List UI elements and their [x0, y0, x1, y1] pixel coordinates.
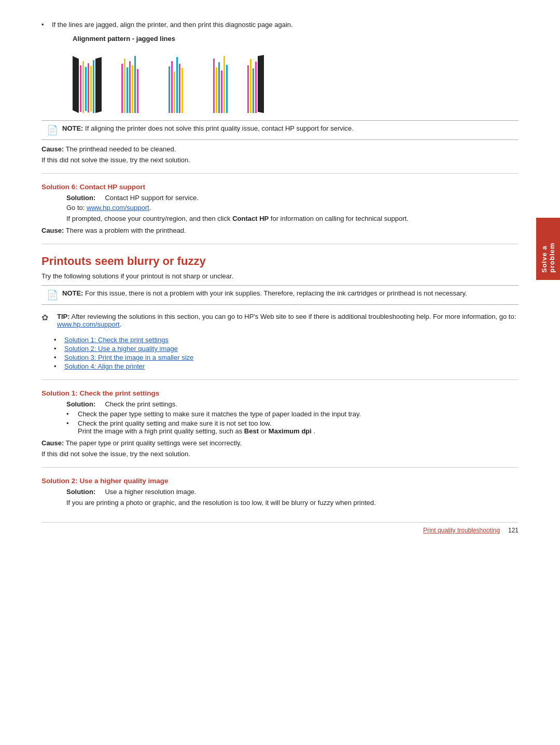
- sol2-solution-line: Solution: Use a higher resolution image.: [66, 488, 519, 496]
- note-text-2: For this issue, there is not a problem w…: [85, 289, 467, 297]
- jagged-group-3: [169, 57, 183, 113]
- top-bullet-text: If the lines are jagged, align the print…: [52, 21, 293, 29]
- top-bullet-item: • If the lines are jagged, align the pri…: [41, 21, 519, 29]
- sol1-bullet2-text: Check the print quality setting and make…: [78, 419, 315, 435]
- solution6-goto: Go to: www.hp.com/support.: [66, 204, 519, 212]
- tip-icon: ✿: [41, 313, 53, 322]
- page-footer: Print quality troubleshooting 121: [41, 522, 519, 534]
- toc-list: • Solution 1: Check the print settings •…: [54, 336, 519, 370]
- solution6-cause-text: There was a problem with the printhead.: [66, 227, 186, 234]
- sol2-heading: Solution 2: Use a higher quality image: [41, 477, 519, 485]
- toc-link-2[interactable]: Solution 2: Use a higher quality image: [64, 345, 178, 353]
- page-container: • If the lines are jagged, align the pri…: [0, 0, 560, 555]
- jagged-group-2: [121, 56, 138, 113]
- sol1-if-not: If this did not solve the issue, try the…: [41, 450, 519, 458]
- divider-3: [41, 379, 519, 380]
- sidebar-tab[interactable]: Solve a problem: [536, 218, 560, 280]
- solution6-url[interactable]: www.hp.com/support: [87, 204, 149, 212]
- divider-1: [41, 173, 519, 174]
- sol1-solution-line: Solution: Check the print settings.: [66, 400, 519, 408]
- sol2-body-text: If you are printing a photo or graphic, …: [66, 499, 519, 507]
- sol1-cause-text: The paper type or print quality settings…: [66, 439, 242, 447]
- footer-page: 121: [508, 527, 519, 534]
- toc-item-3: • Solution 3: Print the image in a small…: [54, 354, 519, 361]
- note-content-2: NOTE: For this issue, there is not a pro…: [62, 289, 467, 297]
- bullet-dot: •: [41, 21, 52, 29]
- note-box-2: 📄 NOTE: For this issue, there is not a p…: [41, 285, 519, 305]
- solution1-block: Solution 1: Check the print settings Sol…: [41, 389, 519, 458]
- cause-text-1: The printhead needed to be cleaned.: [66, 145, 176, 153]
- toc-item-4: • Solution 4: Align the printer: [54, 362, 519, 370]
- tip-url[interactable]: www.hp.com/support: [57, 320, 120, 328]
- solution6-solution-line: Solution: Contact HP support for service…: [66, 194, 519, 202]
- note-content-1: NOTE: If aligning the printer does not s…: [62, 124, 354, 132]
- solution6-block: Solution 6: Contact HP support Solution:…: [41, 183, 519, 234]
- jagged-group-4: [213, 56, 228, 113]
- sol1-bullet1: • Check the paper type setting to make s…: [66, 410, 519, 418]
- jagged-group-5: [247, 55, 264, 113]
- solution6-contact-text: If prompted, choose your country/region,…: [66, 215, 519, 222]
- section-title: Printouts seem blurry or fuzzy: [41, 255, 519, 268]
- alignment-image: [73, 46, 519, 113]
- note-text-1: If aligning the printer does not solve t…: [85, 124, 354, 132]
- divider-2: [41, 244, 519, 244]
- toc-item-2: • Solution 2: Use a higher quality image: [54, 345, 519, 353]
- section-intro: Try the following solutions if your prin…: [41, 272, 519, 280]
- sol1-bullet2: • Check the print quality setting and ma…: [66, 419, 519, 435]
- note-icon-2: 📄: [47, 289, 58, 301]
- toc-link-3[interactable]: Solution 3: Print the image in a smaller…: [64, 354, 193, 361]
- tip-box: ✿ TIP: After reviewing the solutions in …: [41, 310, 519, 331]
- footer-link[interactable]: Print quality troubleshooting: [423, 527, 500, 534]
- toc-item-1: • Solution 1: Check the print settings: [54, 336, 519, 344]
- sol1-bullet2b: Print the image with a high print qualit…: [78, 427, 315, 435]
- note-box-1: 📄 NOTE: If aligning the printer does not…: [41, 120, 519, 140]
- tip-content: TIP: After reviewing the solutions in th…: [57, 313, 519, 328]
- solution2-block: Solution 2: Use a higher quality image S…: [41, 477, 519, 507]
- note-icon-1: 📄: [47, 124, 58, 136]
- cause-line-1: Cause: The printhead needed to be cleane…: [41, 145, 519, 153]
- sol1-body: Solution: Check the print settings. • Ch…: [66, 400, 519, 435]
- if-not-solve-1: If this did not solve the issue, try the…: [41, 156, 519, 164]
- toc-link-1[interactable]: Solution 1: Check the print settings: [64, 336, 169, 344]
- jagged-group-1: [73, 56, 102, 113]
- solution6-heading: Solution 6: Contact HP support: [41, 183, 519, 191]
- sol1-cause-line: Cause: The paper type or print quality s…: [41, 439, 519, 447]
- toc-link-4[interactable]: Solution 4: Align the printer: [64, 362, 145, 370]
- sol2-body: Solution: Use a higher resolution image.…: [66, 488, 519, 507]
- tip-text: After reviewing the solutions in this se…: [71, 313, 516, 320]
- divider-4: [41, 467, 519, 468]
- solution6-cause-line: Cause: There was a problem with the prin…: [41, 227, 519, 234]
- alignment-label: Alignment pattern - jagged lines: [73, 35, 519, 43]
- sol1-heading: Solution 1: Check the print settings: [41, 389, 519, 397]
- solution6-body: Solution: Contact HP support for service…: [66, 194, 519, 222]
